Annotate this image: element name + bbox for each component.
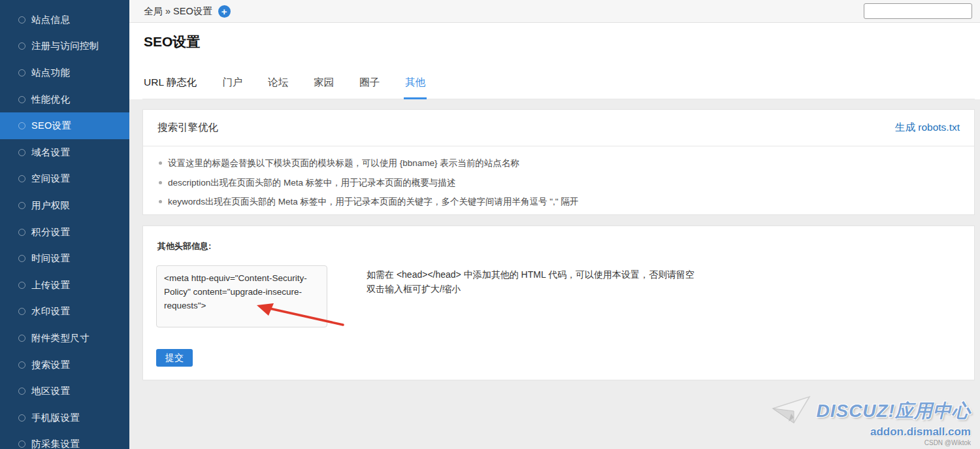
sidebar-item-register-access[interactable]: 注册与访问控制 — [0, 33, 129, 60]
title-zone: SEO设置 URL 静态化 门户 论坛 家园 圈子 其他 — [129, 24, 980, 99]
sidebar-item-label: 地区设置 — [31, 385, 70, 397]
search-box — [864, 3, 972, 19]
sidebar-item-label: 站点功能 — [31, 67, 70, 79]
tip-text: 设置这里的标题会替换以下模块页面的模块标题，可以使用 {bbname} 表示当前… — [168, 158, 519, 169]
sidebar-item-label: 附件类型尺寸 — [31, 332, 90, 344]
radio-circle-icon — [18, 122, 25, 129]
sidebar-item-time-settings[interactable]: 时间设置 — [0, 245, 129, 272]
sidebar-item-label: 注册与访问控制 — [31, 40, 99, 52]
generate-robots-link[interactable]: 生成 robots.txt — [895, 121, 960, 135]
field-label: 其他头部信息: — [157, 241, 211, 252]
sidebar-item-label: 用户权限 — [31, 199, 70, 212]
sidebar-item-domain-settings[interactable]: 域名设置 — [0, 139, 129, 166]
radio-circle-icon — [18, 335, 25, 342]
sidebar-item-label: 域名设置 — [31, 146, 70, 159]
section-header: 搜索引擎优化 生成 robots.txt — [143, 110, 974, 146]
sidebar-item-space-settings[interactable]: 空间设置 — [0, 166, 129, 193]
sidebar-item-seo-settings[interactable]: SEO设置 — [0, 112, 129, 139]
radio-circle-icon — [18, 16, 25, 24]
sidebar-item-watermark-settings[interactable]: 水印设置 — [0, 299, 129, 325]
radio-circle-icon — [18, 175, 25, 182]
top-bar: 全局 » SEO设置 + — [129, 0, 980, 23]
sidebar-item-label: SEO设置 — [31, 120, 71, 132]
sidebar-item-label: 积分设置 — [31, 226, 70, 239]
tip-item: keywords出现在页面头部的 Meta 标签中，用于记录本页面的关键字，多个… — [159, 196, 960, 216]
content-zone: 搜索引擎优化 生成 robots.txt 设置这里的标题会替换以下模块页面的模块… — [129, 99, 980, 449]
radio-circle-icon — [18, 361, 25, 369]
header-info-card: 其他头部信息: <meta http-equiv="Content-Securi… — [142, 225, 975, 380]
bullet-icon — [159, 161, 162, 165]
tab-other[interactable]: 其他 — [404, 71, 427, 99]
bullet-icon — [159, 181, 162, 184]
radio-circle-icon — [18, 441, 25, 448]
sidebar-item-label: 水印设置 — [31, 305, 70, 318]
sidebar-item-site-features[interactable]: 站点功能 — [0, 59, 129, 86]
sidebar-item-search-settings[interactable]: 搜索设置 — [0, 352, 129, 378]
sidebar-item-label: 防采集设置 — [31, 438, 80, 449]
radio-circle-icon — [18, 229, 25, 236]
radio-circle-icon — [18, 414, 25, 422]
help-line-2: 双击输入框可扩大/缩小 — [367, 282, 694, 296]
sidebar-item-mobile-settings[interactable]: 手机版设置 — [0, 405, 129, 431]
tip-text: keywords出现在页面头部的 Meta 标签中，用于记录本页面的关键字，多个… — [168, 196, 578, 208]
sidebar-item-upload-settings[interactable]: 上传设置 — [0, 272, 129, 299]
radio-circle-icon — [18, 69, 25, 76]
sidebar-item-label: 时间设置 — [31, 252, 70, 265]
radio-circle-icon — [18, 388, 25, 395]
search-input[interactable] — [864, 5, 980, 18]
sidebar-item-label: 站点信息 — [31, 14, 70, 26]
sidebar: 站点信息 注册与访问控制 站点功能 性能优化 SEO设置 域名设置 空间设置 用… — [0, 0, 129, 449]
sidebar-item-label: 手机版设置 — [31, 412, 80, 424]
sidebar-item-label: 上传设置 — [31, 279, 70, 291]
tab-group[interactable]: 圈子 — [358, 71, 381, 99]
sidebar-item-attachment-types[interactable]: 附件类型尺寸 — [0, 325, 129, 352]
tip-item: description出现在页面头部的 Meta 标签中，用于记录本页面的概要与… — [159, 177, 960, 197]
tab-portal[interactable]: 门户 — [221, 71, 244, 99]
radio-circle-icon — [18, 149, 25, 156]
page-title: SEO设置 — [144, 33, 200, 51]
sidebar-item-anticollection-settings[interactable]: 防采集设置 — [0, 431, 129, 449]
section-title: 搜索引擎优化 — [157, 121, 218, 135]
breadcrumb-text: 全局 » SEO设置 — [144, 5, 212, 18]
tab-forum[interactable]: 论坛 — [267, 71, 289, 99]
seo-section-card: 搜索引擎优化 生成 robots.txt 设置这里的标题会替换以下模块页面的模块… — [142, 109, 975, 215]
sidebar-item-performance[interactable]: 性能优化 — [0, 86, 129, 113]
breadcrumb: 全局 » SEO设置 + — [144, 0, 231, 23]
sidebar-item-user-permissions[interactable]: 用户权限 — [0, 192, 129, 219]
discuz-admin-page: 站点信息 注册与访问控制 站点功能 性能优化 SEO设置 域名设置 空间设置 用… — [0, 0, 980, 449]
submit-button[interactable]: 提交 — [156, 349, 193, 367]
tab-url-static[interactable]: URL 静态化 — [142, 71, 198, 99]
add-button[interactable]: + — [218, 5, 231, 18]
sidebar-item-label: 空间设置 — [31, 173, 70, 185]
sidebar-item-label: 性能优化 — [31, 93, 70, 106]
radio-circle-icon — [18, 308, 25, 315]
radio-circle-icon — [18, 202, 25, 209]
tip-item: 设置这里的标题会替换以下模块页面的模块标题，可以使用 {bbname} 表示当前… — [159, 158, 960, 177]
tip-list: 设置这里的标题会替换以下模块页面的模块标题，可以使用 {bbname} 表示当前… — [143, 146, 974, 216]
radio-circle-icon — [18, 255, 25, 262]
tab-bar: URL 静态化 门户 论坛 家园 圈子 其他 — [142, 71, 975, 99]
help-text: 如需在 <head></head> 中添加其他的 HTML 代码，可以使用本设置… — [367, 267, 694, 296]
extra-head-textarea[interactable]: <meta http-equiv="Content-Security-Polic… — [156, 265, 327, 327]
radio-circle-icon — [18, 96, 25, 103]
tab-home[interactable]: 家园 — [312, 71, 335, 99]
radio-circle-icon — [18, 42, 25, 50]
help-line-1: 如需在 <head></head> 中添加其他的 HTML 代码，可以使用本设置… — [367, 267, 694, 282]
radio-circle-icon — [18, 282, 25, 289]
sidebar-item-region-settings[interactable]: 地区设置 — [0, 378, 129, 405]
sidebar-item-site-info[interactable]: 站点信息 — [0, 7, 129, 33]
bullet-icon — [159, 200, 162, 203]
sidebar-item-credits-settings[interactable]: 积分设置 — [0, 219, 129, 246]
sidebar-item-label: 搜索设置 — [31, 359, 70, 371]
tip-text: description出现在页面头部的 Meta 标签中，用于记录本页面的概要与… — [168, 177, 455, 189]
